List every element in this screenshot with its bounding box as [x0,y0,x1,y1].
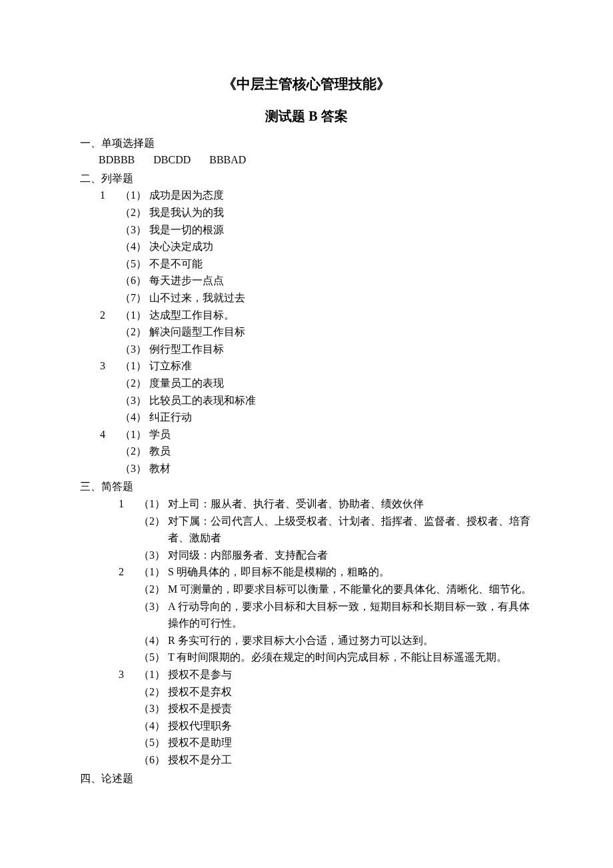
list-item: （5）授权不是助理 [139,734,533,751]
s3-q1: 1 （1）对上司：服从者、执行者、受训者、协助者、绩效伙伴 （2）对下属：公司代… [99,495,533,563]
list-text: 对下属：公司代言人、上级受权者、计划者、指挥者、监督者、授权者、培育者、激励者 [168,513,533,547]
list-text: 授权不是助理 [168,734,533,751]
list-marker: （2） [120,443,149,460]
list-marker: （4） [139,632,168,649]
list-text: 成功是因为态度 [149,187,533,204]
mc-answer-group: BDBBB [99,154,135,165]
list-item: （7）山不过来，我就过去 [120,289,533,307]
list-marker: （1） [120,307,149,324]
mc-answers: BDBBB DBCDD BBBAD [80,151,533,169]
list-marker: （2） [120,323,149,341]
list-marker: （3） [139,700,168,717]
list-text: 学员 [149,426,533,443]
list-item: （2）教员 [120,443,533,460]
list-item: （2）对下属：公司代言人、上级受权者、计划者、指挥者、监督者、授权者、培育者、激… [139,513,533,547]
list-item: （1）S 明确具体的，即目标不能是模糊的，粗略的。 [139,563,533,581]
question-number: 2 [117,563,139,581]
list-item: （4）授权代理职务 [139,717,533,735]
list-item: （5）不是不可能 [120,255,533,273]
section-2-body: 1 （1）成功是因为态度 （2）我是我认为的我 （3）我是一切的根源 （4）决心… [80,187,533,477]
list-text: 达成型工作目标。 [149,307,533,324]
mc-answer-group: BBBAD [209,154,246,165]
list-marker: （1） [120,426,149,443]
s2-q4: 4 （1）学员 （2）教员 （3）教材 [99,426,533,477]
question-number: 1 [117,495,139,513]
list-marker: （3） [139,547,168,564]
list-marker: （2） [139,513,168,530]
list-text: 我是一切的根源 [149,221,533,239]
list-item: （2）解决问题型工作目标 [120,323,533,341]
list-text: 度量员工的表现 [149,375,533,392]
question-body: （1）订立标准 （2）度量员工的表现 （3）比较员工的表现和标准 （4）纠正行动 [120,357,533,425]
doc-subtitle: 测试题 B 答案 [80,105,533,127]
list-text: 订立标准 [149,357,533,375]
list-text: A 行动导向的，要求小目标和大目标一致，短期目标和长期目标一致，有具体操作的可行… [168,598,533,632]
question-body: （1）成功是因为态度 （2）我是我认为的我 （3）我是一切的根源 （4）决心决定… [120,187,533,306]
list-item: （2）度量员工的表现 [120,375,533,392]
list-item: （2）我是我认为的我 [120,204,533,221]
list-marker: （3） [139,598,168,615]
s2-q1: 1 （1）成功是因为态度 （2）我是我认为的我 （3）我是一切的根源 （4）决心… [99,187,533,306]
list-text: 授权代理职务 [168,717,533,735]
question-number: 3 [117,666,139,683]
mc-answer-group: DBCDD [153,154,191,165]
list-marker: （3） [120,221,149,239]
list-item: （4）决心决定成功 [120,238,533,255]
question-number: 3 [99,357,120,375]
question-body: （1）学员 （2）教员 （3）教材 [120,426,533,477]
list-text: 授权不是弃权 [168,683,533,701]
list-text: 山不过来，我就过去 [149,289,533,307]
list-marker: （2） [120,204,149,221]
list-item: （3）例行型工作目标 [120,341,533,358]
question-body: （1）授权不是参与 （2）授权不是弃权 （3）授权不是授责 （4）授权代理职务 … [139,666,533,769]
list-item: （3）对同级：内部服务者、支持配合者 [139,547,533,564]
list-item: （1）授权不是参与 [139,666,533,683]
list-marker: （1） [120,187,149,204]
list-marker: （7） [120,289,149,307]
list-text: 每天进步一点点 [149,272,533,289]
question-body: （1）对上司：服从者、执行者、受训者、协助者、绩效伙伴 （2）对下属：公司代言人… [139,495,533,563]
list-item: （1）成功是因为态度 [120,187,533,204]
list-marker: （1） [139,666,168,683]
list-item: （1）订立标准 [120,357,533,375]
list-text: 授权不是参与 [168,666,533,683]
list-text: 不是不可能 [149,255,533,273]
list-item: （3）比较员工的表现和标准 [120,392,533,409]
list-text: R 务实可行的，要求目标大小合适，通过努力可以达到。 [168,632,533,649]
page-content: 《中层主管核心管理技能》 测试题 B 答案 一、单项选择题 BDBBB DBCD… [0,0,613,827]
list-item: （1）达成型工作目标。 [120,307,533,324]
question-number: 4 [99,426,120,443]
list-marker: （5） [120,255,149,273]
section-4-heading: 四、论述题 [80,770,533,787]
s2-q3: 3 （1）订立标准 （2）度量员工的表现 （3）比较员工的表现和标准 （4）纠正… [99,357,533,425]
list-marker: （4） [139,717,168,735]
list-item: （3）我是一切的根源 [120,221,533,239]
list-marker: （5） [139,649,168,666]
list-text: 纠正行动 [149,409,533,426]
list-text: M 可测量的，即要求目标可以衡量，不能量化的要具体化、清晰化、细节化。 [168,581,533,598]
s2-q2: 2 （1）达成型工作目标。 （2）解决问题型工作目标 （3）例行型工作目标 [99,307,533,358]
list-text: 我是我认为的我 [149,204,533,221]
list-text: 教员 [149,443,533,460]
list-text: 授权不是分工 [168,751,533,769]
list-text: 解决问题型工作目标 [149,323,533,341]
list-text: 教材 [149,460,533,477]
list-marker: （2） [139,581,168,598]
section-3-heading: 三、简答题 [80,478,533,495]
list-text: 对上司：服从者、执行者、受训者、协助者、绩效伙伴 [168,495,533,513]
list-item: （1）学员 [120,426,533,443]
list-marker: （3） [120,392,149,409]
list-item: （3）A 行动导向的，要求小目标和大目标一致，短期目标和长期目标一致，有具体操作… [139,598,533,632]
doc-title: 《中层主管核心管理技能》 [80,73,533,96]
list-item: （2）授权不是弃权 [139,683,533,701]
question-body: （1）S 明确具体的，即目标不能是模糊的，粗略的。 （2）M 可测量的，即要求目… [139,563,533,666]
list-marker: （4） [120,238,149,255]
list-marker: （6） [139,751,168,769]
list-text: T 有时间限期的。必须在规定的时间内完成目标，不能让目标遥遥无期。 [168,649,533,666]
question-number: 2 [99,307,120,324]
s3-q3: 3 （1）授权不是参与 （2）授权不是弃权 （3）授权不是授责 （4）授权代理职… [99,666,533,769]
question-body: （1）达成型工作目标。 （2）解决问题型工作目标 （3）例行型工作目标 [120,307,533,358]
list-item: （4）纠正行动 [120,409,533,426]
list-marker: （2） [120,375,149,392]
list-marker: （3） [120,460,149,477]
